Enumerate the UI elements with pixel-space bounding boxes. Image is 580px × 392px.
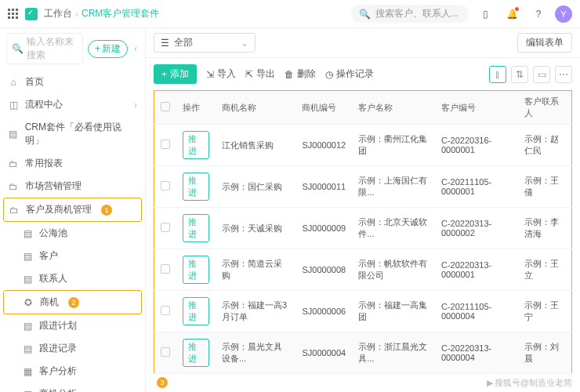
- push-button[interactable]: 推进: [183, 297, 209, 325]
- nav-item-0[interactable]: ⌂首页: [0, 71, 145, 93]
- view-selector[interactable]: ☰ 全部 ⌄: [154, 33, 256, 53]
- sidebar-search[interactable]: 🔍 输入名称来搜索: [6, 33, 83, 64]
- import-button[interactable]: ⇲导入: [206, 67, 236, 81]
- cell-custcode: C-20220316-0000001: [435, 125, 518, 166]
- nav-item-2[interactable]: ▤CRM套件「必看使用说明」: [0, 116, 145, 152]
- nav-icon: ▤: [22, 321, 33, 332]
- avatar[interactable]: Y: [555, 5, 572, 23]
- nav-item-7[interactable]: ▤客户: [0, 245, 145, 267]
- nav-label: 流程中心: [25, 98, 63, 111]
- nav-icon: 🗀: [9, 205, 20, 216]
- more-button[interactable]: ⋯: [555, 66, 572, 83]
- list-icon: ☰: [161, 38, 169, 49]
- edit-form-button[interactable]: 编辑表单: [517, 33, 572, 53]
- cell-contact: 示例：李清海: [518, 208, 572, 249]
- watermark: ▶搜狐号@制造业老简: [487, 377, 572, 389]
- row-checkbox[interactable]: [161, 223, 170, 232]
- global-search[interactable]: 🔍 搜索客户、联系人...: [351, 5, 469, 23]
- settings-button[interactable]: ⇅: [511, 66, 528, 83]
- breadcrumb: 工作台 › CRM客户管理套件: [44, 7, 159, 20]
- nav-icon: ✪: [23, 297, 34, 308]
- push-button[interactable]: 推进: [183, 214, 209, 242]
- nav-item-1[interactable]: ◫流程中心›: [0, 93, 145, 116]
- cell-cust: 示例：福建一高集团: [352, 291, 435, 332]
- collapse-icon[interactable]: ‹: [132, 43, 139, 54]
- nav-icon: 🗀: [8, 158, 19, 169]
- clock-icon: ◷: [325, 69, 333, 80]
- cell-custcode: C-20220313-0000001: [435, 249, 518, 291]
- cell-custcode: C-20220313-0000004: [435, 332, 518, 374]
- table-row[interactable]: 推进 示例：晨光文具设备... SJ0000004 示例：浙江晨光文具... C…: [154, 332, 572, 374]
- cell-cust: 示例：衢州江化集团: [352, 125, 435, 166]
- row-checkbox[interactable]: [161, 181, 170, 191]
- export-icon: ⇱: [245, 69, 253, 80]
- apps-icon[interactable]: [8, 9, 19, 20]
- table-row[interactable]: 推进 江化销售采购 SJ0000012 示例：衢州江化集团 C-20220316…: [154, 125, 572, 166]
- cell-cust: 示例：帆软软件有限公司: [352, 249, 435, 291]
- annotation-badge: 2: [68, 297, 79, 308]
- nav-label: CRM套件「必看使用说明」: [25, 121, 137, 147]
- data-table: 操作商机名称商机编号客户名称客户编号客户联系人 推进 江化销售采购 SJ0000…: [154, 90, 572, 374]
- col-header-1: 操作: [176, 91, 216, 125]
- cell-name: 示例：简道云采购: [216, 249, 295, 291]
- trash-icon: 🗑: [285, 69, 294, 80]
- breadcrumb-suite[interactable]: CRM客户管理套件: [82, 7, 159, 20]
- nav-item-8[interactable]: ▤联系人: [0, 267, 145, 290]
- table-row[interactable]: 推进 示例：福建一高3月订单 SJ0000006 示例：福建一高集团 C-202…: [154, 291, 572, 332]
- row-checkbox[interactable]: [161, 306, 170, 315]
- cell-custcode: C-20211105-0000004: [435, 291, 518, 332]
- cell-contact: 示例：王倩: [518, 166, 572, 208]
- nav-icon: ▦: [22, 389, 33, 393]
- row-checkbox[interactable]: [161, 264, 170, 274]
- push-button[interactable]: 推进: [183, 256, 209, 284]
- col-header-6: 客户联系人: [518, 91, 572, 125]
- book-icon[interactable]: ▯: [475, 4, 495, 24]
- push-button[interactable]: 推进: [183, 172, 209, 201]
- cell-custcode: C-20211105-0000001: [435, 166, 518, 208]
- push-button[interactable]: 推进: [183, 131, 209, 159]
- nav-item-13[interactable]: ▦商机分析: [0, 383, 145, 392]
- breadcrumb-workbench[interactable]: 工作台: [44, 7, 72, 20]
- cell-name: 示例：晨光文具设备...: [216, 332, 295, 374]
- cell-name: 示例：国仁采购: [216, 166, 295, 208]
- annotation-badge-3: 3: [157, 377, 168, 388]
- row-checkbox[interactable]: [161, 347, 170, 357]
- push-button[interactable]: 推进: [183, 339, 209, 367]
- nav-item-4[interactable]: 🗀市场营销管理: [0, 175, 145, 198]
- nav-item-5[interactable]: 🗀客户及商机管理1: [3, 198, 142, 222]
- table-row[interactable]: 推进 示例：简道云采购 SJ0000008 示例：帆软软件有限公司 C-2022…: [154, 249, 572, 291]
- filter-button[interactable]: ⫿: [489, 66, 506, 83]
- search-icon: 🔍: [12, 43, 24, 54]
- nav-item-3[interactable]: 🗀常用报表: [0, 152, 145, 175]
- logo-icon: [25, 8, 38, 20]
- nav-item-11[interactable]: ▤跟进记录: [0, 337, 145, 360]
- select-all-checkbox[interactable]: [161, 102, 170, 111]
- delete-button[interactable]: 🗑删除: [285, 67, 316, 81]
- row-checkbox[interactable]: [161, 140, 170, 149]
- nav-icon: ▤: [22, 274, 33, 285]
- nav-label: 跟进计划: [39, 319, 77, 332]
- col-header-2: 商机名称: [216, 91, 295, 125]
- nav-icon: ▤: [22, 343, 33, 354]
- nav-label: 市场营销管理: [25, 180, 82, 193]
- new-button[interactable]: +新建: [88, 40, 128, 58]
- nav-item-10[interactable]: ▤跟进计划: [0, 314, 145, 337]
- help-icon[interactable]: ?: [528, 4, 549, 24]
- table-row[interactable]: 推进 示例：国仁采购 SJ0000011 示例：上海国仁有限... C-2021…: [154, 166, 572, 208]
- nav-item-12[interactable]: ▦客户分析: [0, 360, 145, 383]
- table-row[interactable]: 推进 示例：天诚采购 SJ0000009 示例：北京天诚软件... C-2022…: [154, 208, 572, 249]
- nav-icon: ▤: [22, 251, 33, 262]
- col-header-0: [154, 91, 177, 125]
- add-button[interactable]: +添加: [154, 64, 197, 84]
- view-button[interactable]: ▭: [533, 66, 550, 83]
- nav-label: 联系人: [39, 272, 67, 285]
- nav-item-6[interactable]: ▤公海池: [0, 222, 145, 245]
- main-panel: ☰ 全部 ⌄ 编辑表单 +添加 ⇲导入 ⇱导出 🗑删除 ◷操作记录 ⫿ ⇅ ▭ …: [146, 28, 580, 392]
- export-button[interactable]: ⇱导出: [245, 67, 275, 81]
- history-button[interactable]: ◷操作记录: [325, 67, 374, 81]
- search-placeholder: 搜索客户、联系人...: [375, 7, 459, 20]
- bell-icon[interactable]: 🔔: [502, 4, 522, 24]
- cell-cust: 示例：浙江晨光文具...: [352, 332, 435, 374]
- annotation-badge: 1: [101, 205, 112, 216]
- nav-item-9[interactable]: ✪商机2: [3, 290, 142, 314]
